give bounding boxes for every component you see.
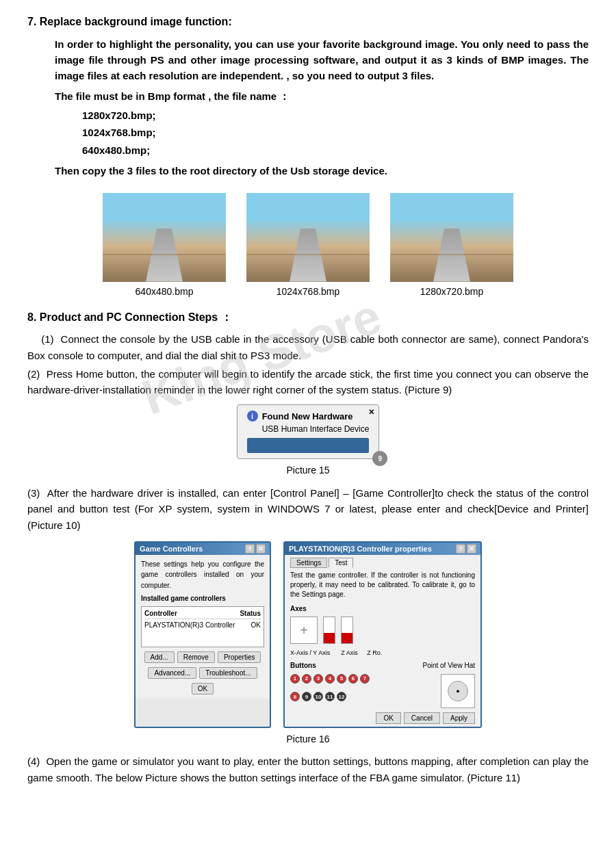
ps3-ok-row: OK Cancel Apply	[290, 712, 475, 724]
gc-top-buttons: Add... Remove Properties	[141, 651, 264, 663]
btn-7: 7	[360, 674, 370, 684]
gc-bottom-buttons: Advanced... Troubleshoot...	[141, 667, 264, 679]
para4-text: Open the game or simulator you want to p…	[27, 755, 589, 783]
gc-remove-btn[interactable]: Remove	[177, 651, 215, 663]
ps3-pov: ●	[441, 674, 475, 708]
section-8-para3: (3) After the hardware driver is install…	[27, 485, 589, 533]
road-decoration	[146, 229, 183, 282]
zrot-axis-bar	[341, 617, 353, 644]
gc-installed-label: Installed game controllers	[141, 593, 264, 604]
gc-add-btn[interactable]: Add...	[144, 651, 175, 663]
ps3-apply-btn[interactable]: Apply	[443, 712, 475, 724]
btn-12: 12	[337, 692, 346, 701]
notification-title-text: Found New Hardware	[262, 411, 353, 421]
gc-row-status: OK	[251, 621, 261, 629]
ps3-pov-inner: ●	[448, 681, 468, 701]
para3-text: After the hardware driver is installed, …	[27, 487, 589, 531]
image-1280	[390, 193, 513, 282]
ps3-axes-label: Axes	[290, 604, 475, 614]
notification-wrapper: i Found New Hardware ✕ USB Human Interfa…	[237, 404, 380, 459]
section-8-header: 8. Product and PC Connection Steps ：	[27, 309, 589, 326]
z-rot-label: Z Ro.	[367, 649, 382, 656]
notification-title-row: i Found New Hardware ✕	[247, 411, 370, 421]
ps3-ok-btn[interactable]: OK	[376, 712, 400, 724]
img-block-640: 640x480.bmp	[103, 193, 226, 297]
btn-4: 4	[325, 674, 335, 684]
btn-1: 1	[290, 674, 300, 684]
ps3-title-text: PLAYSTATION(R)3 Controller properties	[289, 545, 432, 553]
gc-ok-btn[interactable]: OK	[192, 683, 214, 695]
ps3-help-btn[interactable]: ?	[456, 544, 465, 554]
gc-troubleshoot-btn[interactable]: Troubleshoot...	[199, 667, 257, 679]
btn-10: 10	[313, 692, 323, 701]
img-block-1024: 1024x768.bmp	[246, 193, 370, 297]
gc-properties-btn[interactable]: Properties	[218, 651, 261, 663]
para2-text: Press Home button, the computer will beg…	[27, 368, 589, 395]
game-controllers-dialog[interactable]: Game Controllers ? ✕ These settings help…	[134, 541, 271, 728]
gc-row-controller: PLAYSTATION(R)3 Controller	[144, 621, 235, 629]
z-axis-indicator	[323, 617, 335, 644]
ps3-tab-test[interactable]: Test	[329, 558, 353, 568]
gc-list-row[interactable]: PLAYSTATION(R)3 Controller OK	[144, 621, 261, 630]
ps3-close-btn[interactable]: ✕	[467, 544, 476, 554]
filename-2: 1024x768.bmp;	[82, 124, 589, 142]
gc-col-controller: Controller	[144, 610, 177, 617]
gc-help-btn[interactable]: ?	[245, 544, 255, 554]
image-640	[103, 193, 226, 282]
ps3-titlebar: PLAYSTATION(R)3 Controller properties ? …	[285, 543, 480, 555]
img-caption-640: 640x480.bmp	[136, 286, 194, 297]
ps3-axes-labels: X-Axis / Y Axis Z Axis Z Ro.	[290, 649, 475, 656]
gc-win-buttons: ? ✕	[245, 544, 266, 554]
xy-axis-indicator	[290, 617, 318, 644]
image-1024	[246, 193, 370, 282]
para1-num: (1)	[41, 333, 53, 345]
btn-6: 6	[348, 674, 358, 684]
filename-3: 640x480.bmp;	[82, 142, 589, 159]
filename-1: 1280x720.bmp;	[82, 107, 589, 125]
section-8: 8. Product and PC Connection Steps ： (1)…	[27, 309, 589, 786]
btn-11: 11	[325, 692, 335, 701]
gc-advanced-btn[interactable]: Advanced...	[148, 667, 196, 679]
section-8-para1: (1) Connect the console by the USB cable…	[27, 331, 589, 363]
section-7-para2: The file must be in Bmp format , the fil…	[55, 88, 589, 104]
section-7-para3: Then copy the 3 files to the root direct…	[55, 163, 589, 179]
close-icon[interactable]: ✕	[368, 408, 374, 417]
road-decoration-2	[290, 229, 326, 282]
para1-text: Connect the console by the USB cable in …	[27, 333, 589, 361]
ps3-win-buttons: ? ✕	[456, 544, 476, 554]
ps3-tab-settings[interactable]: Settings	[290, 558, 327, 568]
ps3-tabs: Settings Test	[290, 558, 475, 568]
z-axis-label: Z Axis	[341, 649, 361, 656]
z-axis-bar	[323, 617, 335, 644]
x-axis-label: X-Axis / Y Axis	[290, 649, 330, 656]
para2-num: (2)	[27, 368, 40, 380]
picture-16-caption: Picture 16	[27, 732, 589, 747]
gc-close-btn[interactable]: ✕	[256, 544, 266, 554]
btn-8: 8	[290, 692, 300, 701]
btn-3: 3	[313, 674, 323, 684]
gc-desc: These settings help you configure the ga…	[141, 559, 264, 591]
btn-9: 9	[302, 692, 311, 701]
gc-ok-row: OK	[141, 683, 264, 695]
z-axis-fill	[324, 633, 335, 643]
img-caption-1024: 1024x768.bmp	[277, 286, 340, 297]
ps3-dialog[interactable]: PLAYSTATION(R)3 Controller properties ? …	[283, 541, 482, 728]
gc-col-status: Status	[240, 610, 261, 617]
section-7-para1: In order to highlight the personality, y…	[55, 36, 589, 84]
info-icon: i	[247, 411, 258, 421]
para3-num: (3)	[27, 487, 40, 499]
ps3-cancel-btn[interactable]: Cancel	[404, 712, 440, 724]
road-decoration-3	[433, 229, 470, 282]
bmp-images-row: 640x480.bmp 1024x768.bmp 1280x720.bmp	[27, 193, 589, 297]
gc-titlebar: Game Controllers ? ✕	[136, 543, 270, 555]
zrot-axis-fill	[342, 633, 352, 643]
notification-area: i Found New Hardware ✕ USB Human Interfa…	[27, 404, 589, 459]
picture-15-caption: Picture 15	[27, 463, 589, 478]
filenames-list: 1280x720.bmp; 1024x768.bmp; 640x480.bmp;	[82, 107, 589, 159]
section-8-para2: (2) Press Home button, the computer will…	[27, 366, 589, 398]
gc-content: These settings help you configure the ga…	[136, 555, 270, 699]
pov-label: Point of View Hat	[422, 660, 475, 671]
section-7-header: 7. Replace background image function:	[27, 14, 589, 31]
para4-num: (4)	[27, 755, 40, 767]
btn-2: 2	[302, 674, 311, 684]
